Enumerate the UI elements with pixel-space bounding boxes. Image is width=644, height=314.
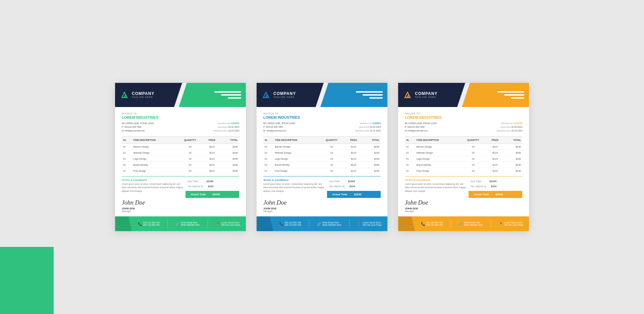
client-details: 89 LOREM LANE, IPSUM 12345P: 000123 456 … — [405, 121, 437, 133]
invoice-orange: COMPANYTAGLINE HEREINVOICE TOLOREM INDUS… — [398, 83, 529, 231]
footer-divider-1 — [450, 220, 451, 228]
client-name: LOREM INDUSTRIES — [405, 115, 522, 119]
company-info: COMPANYTAGLINE HERE — [415, 91, 437, 98]
invoice-body: INVOICE TOLOREM INDUSTRIES89 LOREM LANE,… — [257, 107, 387, 199]
totals-block: Sub Total$2345Tax Vat(%4.5)$234Grand Tot… — [327, 178, 381, 198]
invoice-footer: 📞 000 123 456 789 000 123 456 789🔗 Write… — [115, 216, 246, 231]
signer-title: Manager — [405, 210, 522, 212]
grand-total-label: Grand Total — [474, 193, 489, 196]
footer-divider-2 — [349, 220, 350, 228]
table-cell: 01 — [263, 162, 273, 168]
table-cell: 02 — [460, 156, 487, 162]
invoice-green: COMPANYTAGLINE HEREINVOICE TOLOREM INDUS… — [115, 83, 246, 231]
table-row: 01Logo Design02$123$246 — [405, 156, 522, 162]
table-cell: 01 — [263, 144, 273, 150]
footer-phone-text: 000 123 456 789 000 123 456 789 — [426, 221, 443, 226]
table-cell: 01 — [405, 150, 415, 156]
footer-phone-item: 📞 000 123 456 789 000 123 456 789 — [138, 221, 160, 226]
table-header-cell: PRIZE — [203, 136, 220, 144]
header-line-1 — [214, 91, 241, 93]
table-row: 01Brand Identity02$123$246 — [405, 162, 522, 168]
table-header-cell: ITEM DESCRIPTION — [415, 136, 460, 144]
grand-total-value: $2000 — [354, 193, 361, 196]
table-cell: 02 — [319, 162, 345, 168]
terms-block: Terms & ConditionsLorem ipsum dolor sit … — [263, 178, 327, 193]
table-cell: 02 — [460, 144, 487, 150]
company-info: COMPANYTAGLINE HERE — [273, 91, 296, 98]
table-header-cell: TOTAL — [362, 136, 381, 144]
table-cell: 02 — [319, 150, 345, 156]
header-line-1 — [497, 91, 524, 93]
corner-accent — [0, 247, 54, 314]
footer-email-text: Write Email Here Write Website Here — [322, 221, 341, 226]
table-cell: 01 — [122, 144, 132, 150]
totals-block: Sub Total$2345Tax Vat(%4.5)$234Grand Tot… — [185, 178, 239, 198]
invoice-footer: 📞 000 123 456 789 000 123 456 789🔗 Write… — [398, 216, 529, 231]
subtotal-value: $2345 — [205, 179, 215, 184]
table-cell: Brand Identity — [415, 162, 460, 168]
table-cell: $123 — [486, 150, 503, 156]
grand-total-button[interactable]: Grand Total$2000 — [327, 191, 381, 198]
table-cell: 01 — [263, 150, 273, 156]
table-header-cell: SL — [122, 136, 132, 144]
invoice-to-label: INVOICE TO — [263, 112, 381, 115]
tax-row: Tax Vat(%4.5)$234 — [469, 184, 498, 189]
header-decorative-lines — [214, 91, 241, 99]
subtotal-label: Sub Total — [328, 179, 346, 184]
table-cell: $246 — [362, 168, 381, 174]
header-decorative-lines — [356, 91, 383, 99]
footer-email-item: 🔗 Write Email Here Write Website Here — [317, 221, 341, 226]
invoice-blue: COMPANYTAGLINE HEREINVOICE TOLOREM INDUS… — [257, 83, 387, 231]
invoice-body: INVOICE TOLOREM INDUSTRIES89 LOREM LANE,… — [115, 107, 246, 199]
table-cell: $246 — [504, 162, 522, 168]
company-name: COMPANY — [273, 91, 296, 96]
invoice-body: INVOICE TOLOREM INDUSTRIES89 LOREM LANE,… — [398, 107, 529, 199]
terms-title: Terms & Conditions — [405, 178, 469, 181]
table-header-cell: TOTAL — [221, 136, 239, 144]
grand-total-button[interactable]: Grand Total$2000 — [185, 191, 239, 198]
table-cell: 02 — [177, 162, 204, 168]
footer-content: 📞 000 123 456 789 000 123 456 789🔗 Write… — [273, 220, 387, 228]
company-tagline: TAGLINE HERE — [415, 96, 437, 98]
table-header-cell: TOTAL — [504, 136, 522, 144]
header-company-block: COMPANYTAGLINE HERE — [398, 83, 465, 107]
table-cell: 01 — [405, 156, 415, 162]
table-cell: $246 — [362, 150, 381, 156]
table-cell: $246 — [221, 144, 239, 150]
table-cell: $246 — [362, 144, 381, 150]
grand-total-button[interactable]: Grand Total$2000 — [469, 191, 522, 198]
subtotal-label: Sub Total — [186, 179, 205, 184]
table-divider — [405, 176, 522, 177]
table-cell: $246 — [221, 156, 239, 162]
table-cell: $246 — [362, 156, 381, 162]
tax-label: Tax Vat(%4.5) — [469, 184, 488, 189]
table-cell: Banner Design — [132, 144, 177, 150]
footer-address-item: 📍 Lorem Street 0124, 000 Set Lane Road — [357, 221, 381, 226]
email-icon: 🔗 — [459, 222, 463, 226]
header-lines-block — [324, 83, 387, 107]
invoice-footer: 📞 000 123 456 789 000 123 456 789🔗 Write… — [257, 216, 387, 231]
table-cell: $246 — [362, 162, 381, 168]
header-lines-block — [182, 83, 246, 107]
invoice-meta: INVOICE NO #123678 DUE DATE 02.04.2023 I… — [355, 121, 381, 133]
table-cell: Logo Design — [415, 156, 460, 162]
header-company-block: COMPANYTAGLINE HERE — [115, 83, 182, 107]
invoice-table: SLITEM DESCRIPTIONQUANTITYPRIZETOTAL01Ba… — [122, 136, 239, 174]
terms-text: Lorem ipsum dolor sit amet, consectetuer… — [263, 182, 327, 193]
header-line-2 — [221, 94, 241, 96]
tax-value: $234 — [347, 184, 357, 189]
company-logo-icon — [120, 90, 129, 100]
email-icon: 🔗 — [175, 222, 179, 226]
terms-block: Terms & ConditionsLorem ipsum dolor sit … — [405, 178, 469, 193]
subtotal-value: $2345 — [488, 179, 498, 184]
table-cell: 02 — [177, 168, 204, 174]
footer-accent-left — [115, 216, 132, 231]
company-name: COMPANY — [132, 91, 154, 96]
table-row: 01Logo Design02$123$246 — [122, 156, 239, 162]
table-cell: Post Design — [132, 168, 177, 174]
table-cell: $123 — [486, 156, 503, 162]
location-icon: 📍 — [357, 222, 361, 226]
table-header-cell: QUANTITY — [460, 136, 487, 144]
page-background: COMPANYTAGLINE HEREINVOICE TOLOREM INDUS… — [0, 0, 644, 314]
client-name: LOREM INDUSTRIES — [122, 115, 239, 119]
